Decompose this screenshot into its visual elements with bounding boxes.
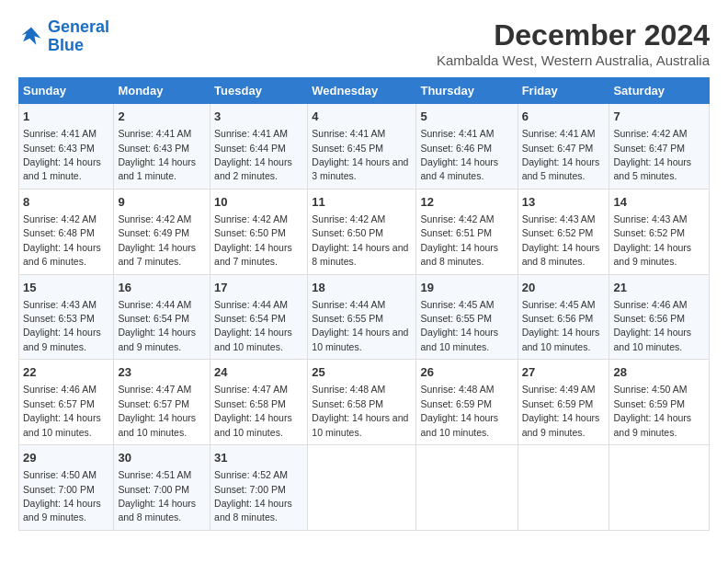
day-number: 4 (312, 109, 412, 125)
daylight-info: Daylight: 14 hours and 8 minutes. (118, 498, 196, 523)
sunrise-info: Sunrise: 4:43 AM (522, 213, 596, 224)
calendar-week-row: 15Sunrise: 4:43 AMSunset: 6:53 PMDayligh… (19, 274, 710, 360)
day-number: 10 (214, 194, 303, 211)
sunset-info: Sunset: 6:52 PM (522, 227, 594, 238)
sunset-info: Sunset: 6:55 PM (312, 313, 383, 324)
calendar-cell: 18Sunrise: 4:44 AMSunset: 6:55 PMDayligh… (308, 274, 416, 360)
header-wednesday: Wednesday (308, 78, 416, 104)
daylight-info: Daylight: 14 hours and 8 minutes. (312, 242, 408, 267)
day-number: 12 (420, 194, 513, 211)
sunset-info: Sunset: 7:00 PM (118, 484, 189, 495)
sunset-info: Sunset: 7:00 PM (214, 484, 286, 495)
sunset-info: Sunset: 6:59 PM (420, 398, 492, 409)
sunrise-info: Sunrise: 4:45 AM (522, 299, 596, 310)
daylight-info: Daylight: 14 hours and 10 minutes. (420, 327, 498, 351)
day-number: 11 (312, 194, 412, 211)
calendar-cell: 6Sunrise: 4:41 AMSunset: 6:47 PMDaylight… (518, 104, 609, 190)
calendar-cell: 14Sunrise: 4:43 AMSunset: 6:52 PMDayligh… (609, 189, 710, 274)
day-number: 15 (23, 280, 109, 296)
calendar-cell: 19Sunrise: 4:45 AMSunset: 6:55 PMDayligh… (416, 274, 518, 360)
sunrise-info: Sunrise: 4:42 AM (118, 213, 191, 224)
sunset-info: Sunset: 6:47 PM (613, 143, 685, 154)
daylight-info: Daylight: 14 hours and 9 minutes. (613, 412, 691, 437)
day-number: 22 (23, 364, 109, 381)
calendar-cell: 25Sunrise: 4:48 AMSunset: 6:58 PMDayligh… (308, 360, 416, 445)
calendar-week-row: 29Sunrise: 4:50 AMSunset: 7:00 PMDayligh… (19, 445, 710, 531)
daylight-info: Daylight: 14 hours and 9 minutes. (522, 412, 600, 437)
sunset-info: Sunset: 6:50 PM (214, 227, 286, 238)
calendar-cell (308, 445, 416, 531)
sunrise-info: Sunrise: 4:42 AM (613, 128, 687, 139)
calendar-week-row: 1Sunrise: 4:41 AMSunset: 6:43 PMDaylight… (19, 104, 710, 190)
calendar-header-row: SundayMondayTuesdayWednesdayThursdayFrid… (19, 78, 710, 104)
sunset-info: Sunset: 7:00 PM (23, 484, 95, 495)
sunset-info: Sunset: 6:45 PM (312, 143, 383, 154)
sunrise-info: Sunrise: 4:44 AM (118, 299, 191, 310)
day-number: 30 (118, 450, 206, 466)
sunset-info: Sunset: 6:52 PM (613, 227, 685, 238)
calendar-cell: 13Sunrise: 4:43 AMSunset: 6:52 PMDayligh… (518, 189, 609, 274)
day-number: 23 (118, 364, 206, 381)
calendar-cell: 21Sunrise: 4:46 AMSunset: 6:56 PMDayligh… (609, 274, 710, 360)
calendar-cell: 29Sunrise: 4:50 AMSunset: 7:00 PMDayligh… (19, 445, 114, 531)
day-number: 13 (522, 194, 606, 211)
calendar-cell: 9Sunrise: 4:42 AMSunset: 6:49 PMDaylight… (114, 189, 210, 274)
day-number: 2 (118, 109, 206, 125)
day-number: 24 (214, 364, 303, 381)
sunrise-info: Sunrise: 4:44 AM (214, 299, 288, 310)
day-number: 18 (312, 280, 412, 296)
day-number: 6 (522, 109, 606, 125)
sunset-info: Sunset: 6:54 PM (118, 313, 189, 324)
sunrise-info: Sunrise: 4:41 AM (214, 128, 288, 139)
sunrise-info: Sunrise: 4:49 AM (522, 384, 596, 395)
sunset-info: Sunset: 6:54 PM (214, 313, 286, 324)
sunset-info: Sunset: 6:55 PM (420, 313, 492, 324)
calendar-cell (609, 445, 710, 531)
sunset-info: Sunset: 6:51 PM (420, 227, 492, 238)
sunrise-info: Sunrise: 4:46 AM (23, 384, 97, 395)
calendar-cell (416, 445, 518, 531)
sunset-info: Sunset: 6:48 PM (23, 227, 95, 238)
daylight-info: Daylight: 14 hours and 10 minutes. (613, 327, 691, 351)
day-number: 14 (613, 194, 705, 211)
sunset-info: Sunset: 6:59 PM (613, 398, 685, 409)
daylight-info: Daylight: 14 hours and 10 minutes. (312, 327, 408, 351)
calendar-cell: 11Sunrise: 4:42 AMSunset: 6:50 PMDayligh… (308, 189, 416, 274)
day-number: 29 (23, 450, 109, 466)
sunrise-info: Sunrise: 4:42 AM (312, 213, 385, 224)
logo: General Blue (18, 18, 109, 55)
sunrise-info: Sunrise: 4:41 AM (522, 128, 596, 139)
calendar-subtitle: Kambalda West, Western Australia, Austra… (437, 52, 710, 68)
sunset-info: Sunset: 6:58 PM (214, 398, 286, 409)
daylight-info: Daylight: 14 hours and 7 minutes. (118, 242, 196, 267)
daylight-info: Daylight: 14 hours and 10 minutes. (214, 412, 292, 437)
day-number: 21 (613, 280, 705, 296)
sunset-info: Sunset: 6:46 PM (420, 143, 492, 154)
title-block: December 2024 Kambalda West, Western Aus… (437, 18, 710, 68)
calendar-cell: 8Sunrise: 4:42 AMSunset: 6:48 PMDaylight… (19, 189, 114, 274)
calendar-cell: 2Sunrise: 4:41 AMSunset: 6:43 PMDaylight… (114, 104, 210, 190)
sunrise-info: Sunrise: 4:51 AM (118, 469, 191, 480)
daylight-info: Daylight: 14 hours and 10 minutes. (118, 412, 196, 437)
sunset-info: Sunset: 6:53 PM (23, 313, 95, 324)
day-number: 1 (23, 109, 109, 125)
calendar-cell: 26Sunrise: 4:48 AMSunset: 6:59 PMDayligh… (416, 360, 518, 445)
daylight-info: Daylight: 14 hours and 8 minutes. (420, 242, 498, 267)
day-number: 31 (214, 450, 303, 466)
sunrise-info: Sunrise: 4:41 AM (23, 128, 97, 139)
logo-icon (18, 24, 44, 50)
daylight-info: Daylight: 14 hours and 9 minutes. (118, 327, 196, 351)
daylight-info: Daylight: 14 hours and 5 minutes. (613, 156, 691, 181)
calendar-cell: 17Sunrise: 4:44 AMSunset: 6:54 PMDayligh… (210, 274, 308, 360)
sunset-info: Sunset: 6:43 PM (118, 143, 189, 154)
daylight-info: Daylight: 14 hours and 10 minutes. (312, 412, 408, 437)
daylight-info: Daylight: 14 hours and 4 minutes. (420, 156, 498, 181)
sunrise-info: Sunrise: 4:47 AM (118, 384, 191, 395)
calendar-cell: 31Sunrise: 4:52 AMSunset: 7:00 PMDayligh… (210, 445, 308, 531)
header-tuesday: Tuesday (210, 78, 308, 104)
day-number: 9 (118, 194, 206, 211)
calendar-cell: 1Sunrise: 4:41 AMSunset: 6:43 PMDaylight… (19, 104, 114, 190)
sunrise-info: Sunrise: 4:41 AM (420, 128, 494, 139)
sunrise-info: Sunrise: 4:50 AM (613, 384, 687, 395)
daylight-info: Daylight: 14 hours and 6 minutes. (23, 242, 101, 267)
